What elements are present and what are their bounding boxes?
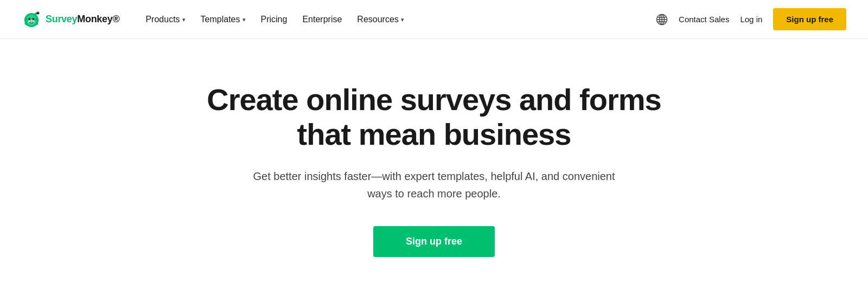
svg-point-8 [33, 18, 35, 20]
logo-text: SurveyMonkey® [46, 14, 119, 25]
nav-item-products[interactable]: Products ▾ [139, 10, 192, 29]
svg-point-9 [29, 18, 30, 18]
svg-point-13 [37, 11, 40, 14]
navbar-left: SurveyMonkey® Products ▾ Templates ▾ Pri… [22, 10, 411, 29]
hero-section: Create online surveys and forms that mea… [0, 39, 868, 290]
nav-item-resources[interactable]: Resources ▾ [350, 10, 410, 29]
nav-item-enterprise[interactable]: Enterprise [296, 10, 348, 29]
svg-point-14 [38, 12, 39, 12]
svg-point-4 [24, 17, 28, 22]
svg-point-10 [33, 18, 34, 18]
signup-button-hero[interactable]: Sign up free [373, 226, 495, 257]
nav-links: Products ▾ Templates ▾ Pricing Enterpris… [139, 10, 410, 29]
logo-icon [22, 10, 41, 29]
nav-item-templates[interactable]: Templates ▾ [194, 10, 252, 29]
chevron-down-icon: ▾ [182, 16, 186, 23]
logo[interactable]: SurveyMonkey® [22, 10, 119, 29]
globe-icon [656, 14, 668, 25]
navbar: SurveyMonkey® Products ▾ Templates ▾ Pri… [0, 0, 868, 39]
chevron-down-icon: ▾ [242, 16, 246, 23]
contact-sales-link[interactable]: Contact Sales [679, 15, 729, 24]
chevron-down-icon: ▾ [401, 16, 404, 23]
navbar-right: Contact Sales Log in Sign up free [656, 8, 846, 30]
svg-point-7 [29, 18, 31, 20]
hero-subtitle: Get better insights faster—with expert t… [250, 168, 618, 202]
language-selector[interactable] [656, 14, 668, 25]
signup-button-nav[interactable]: Sign up free [773, 8, 846, 30]
svg-point-11 [30, 21, 31, 22]
nav-item-pricing[interactable]: Pricing [254, 10, 294, 29]
login-link[interactable]: Log in [740, 15, 762, 24]
hero-title: Create online surveys and forms that mea… [201, 82, 667, 152]
svg-point-12 [32, 21, 33, 22]
svg-point-5 [35, 17, 39, 22]
